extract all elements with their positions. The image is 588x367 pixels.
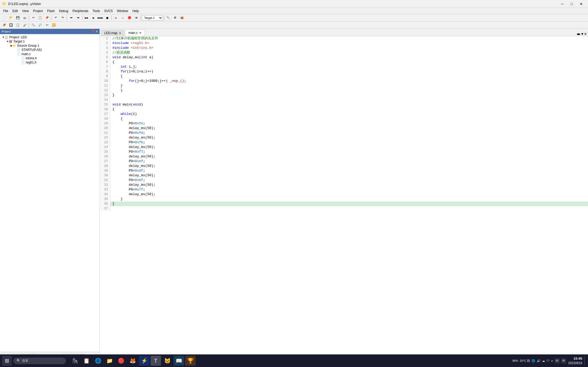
code-line[interactable]: 25 P0=0xf7;	[100, 150, 588, 154]
build-all-btn[interactable]: ▶▶▶	[97, 15, 103, 21]
taskbar-app-red[interactable]: 🔴	[116, 356, 126, 366]
start-button[interactable]: ⊞	[2, 356, 12, 366]
menu-item-flash[interactable]: Flash	[45, 9, 57, 13]
code-line[interactable]: 16{	[100, 107, 588, 112]
menu-item-help[interactable]: Help	[130, 9, 141, 13]
editor-tab-main.c[interactable]: main.c✕	[125, 30, 145, 36]
tbtn2[interactable]: 🔲	[8, 22, 14, 28]
taskbar-app-gorilla[interactable]: 🦍	[70, 356, 80, 366]
menu-item-svcs[interactable]: SVCS	[102, 9, 115, 13]
project-pin-icon[interactable]: 📌	[91, 30, 95, 33]
tree-item[interactable]: ▼ 📋Project: LED	[1, 35, 98, 39]
tree-expand-icon[interactable]: ▶	[11, 44, 12, 47]
code-line[interactable]: 3#include <intrins.h>	[100, 46, 588, 50]
code-line[interactable]: 22 delay_ms(50);	[100, 135, 588, 140]
code-line[interactable]: 28 delay_ms(50);	[100, 164, 588, 168]
save-btn[interactable]: 💾	[15, 15, 21, 21]
taskbar-app-edge[interactable]: 🌐	[93, 356, 103, 366]
code-line[interactable]: 20 delay_ms(50);	[100, 126, 588, 131]
menu-item-peripherals[interactable]: Peripherals	[70, 9, 91, 13]
show-desktop-btn[interactable]	[584, 356, 586, 366]
taskbar-app-cat[interactable]: 🐱	[162, 356, 173, 366]
save-all-btn[interactable]: 🗂	[22, 15, 28, 21]
code-line[interactable]: 7 int i,j;	[100, 65, 588, 69]
copy-btn[interactable]: 📋	[37, 15, 43, 21]
code-line[interactable]: 34 delay_ms(50);	[100, 192, 588, 197]
search-box[interactable]: 🔍 搜索	[13, 358, 66, 364]
code-line[interactable]: 9 {	[100, 74, 588, 79]
code-line[interactable]: 13}	[100, 93, 588, 98]
kill-btn[interactable]: 🔴	[126, 15, 133, 21]
code-line[interactable]: 21 P0=0xfd;	[100, 131, 588, 135]
maximize-button[interactable]: □	[567, 0, 576, 8]
code-editor[interactable]: 1//51单片机编程常用的头文件2#include <reg51.h>3#inc…	[100, 36, 588, 355]
code-line[interactable]: 14	[100, 98, 588, 102]
code-line[interactable]: 33 P0=0x7f;	[100, 187, 588, 192]
new-btn[interactable]: 📄	[1, 15, 7, 21]
tbtn3[interactable]: 📋	[15, 22, 21, 28]
code-line[interactable]: 35 }	[100, 197, 588, 201]
settings-btn[interactable]: ⚙	[172, 15, 178, 21]
magic-btn[interactable]: 🔧	[165, 15, 171, 21]
taskbar-app-task[interactable]: 📋	[81, 356, 92, 366]
project-close-icon[interactable]: ✕	[96, 30, 98, 33]
code-line[interactable]: 8 for(i=0;i<a;i++)	[100, 69, 588, 74]
stop-btn[interactable]: ⏹	[104, 15, 110, 21]
paste-btn[interactable]: 📌	[44, 15, 50, 21]
debug-btn[interactable]: ●	[113, 15, 119, 21]
tab-close-icon[interactable]: ✕	[119, 32, 121, 35]
tree-item[interactable]: 📄reg51.h	[1, 60, 98, 65]
tbtn6[interactable]: 🔎	[37, 22, 43, 28]
code-line[interactable]: 32 delay_ms(50);	[100, 183, 588, 187]
menu-item-debug[interactable]: Debug	[57, 9, 70, 13]
view-btn[interactable]: 👁	[133, 15, 139, 21]
code-line[interactable]: 18 {	[100, 116, 588, 121]
taskbar-app-t[interactable]: T	[150, 356, 161, 366]
code-line[interactable]: 10 for(j=0;j<1000;j++) _nop_();	[100, 79, 588, 83]
code-line[interactable]: 36}	[100, 201, 588, 206]
tab-close-icon[interactable]: ✕	[139, 31, 141, 34]
menu-item-edit[interactable]: Edit	[10, 9, 20, 13]
component-btn[interactable]: 📦	[179, 15, 185, 21]
minimize-button[interactable]: ─	[558, 0, 567, 8]
zh-label[interactable]: 中	[555, 358, 560, 363]
code-line[interactable]: 26 delay_ms(50);	[100, 154, 588, 159]
code-line[interactable]: 37	[100, 206, 588, 211]
taskbar-app-book[interactable]: 📖	[174, 356, 184, 366]
tree-item[interactable]: ▼ 🎯Target 1	[1, 39, 98, 44]
undo-btn[interactable]: ↶	[53, 15, 59, 21]
code-line[interactable]: 2#include <reg51.h>	[100, 41, 588, 46]
code-line[interactable]: 11 }	[100, 83, 588, 88]
tbtn8[interactable]: 🔀	[51, 22, 57, 28]
code-line[interactable]: 15void main(void)	[100, 102, 588, 107]
taskbar-app-folder[interactable]: 📁	[104, 356, 115, 366]
code-line[interactable]: 24 delay_ms(50);	[100, 145, 588, 150]
tree-expand-icon[interactable]: ▼	[6, 40, 9, 43]
code-line[interactable]: 17 while(1)	[100, 112, 588, 116]
taskbar-app-firefox[interactable]: 🦊	[127, 356, 138, 366]
redo-btn[interactable]: ↷	[59, 15, 66, 21]
close-button[interactable]: ✕	[576, 0, 586, 8]
taskbar-app-circle[interactable]: ⚡	[139, 356, 149, 366]
cut-btn[interactable]: ✂	[30, 15, 37, 21]
code-line[interactable]: 19 P0=0xfe;	[100, 121, 588, 126]
code-line[interactable]: 31 P0=0xbf;	[100, 178, 588, 183]
menu-item-window[interactable]: Window	[115, 9, 130, 13]
tree-item[interactable]: 📄STARTUP.A51	[1, 48, 98, 52]
code-line[interactable]: 6{	[100, 60, 588, 65]
menu-item-file[interactable]: File	[1, 9, 10, 13]
code-line[interactable]: 4//延迟函数	[100, 50, 588, 55]
code-line[interactable]: 5void delay_ms(int a)	[100, 55, 588, 60]
code-line[interactable]: 29 P0=0xdf;	[100, 168, 588, 173]
tree-item[interactable]: 📄intrins.h	[1, 56, 98, 60]
build-btn[interactable]: ▶▶	[84, 15, 90, 21]
taskbar-app-trophy[interactable]: 🏆	[185, 356, 196, 366]
target-select[interactable]: Target 1	[142, 15, 163, 20]
tab-scroll-left[interactable]: ◀	[576, 33, 579, 35]
input-method[interactable]: 中	[561, 358, 566, 363]
menu-item-view[interactable]: View	[20, 9, 31, 13]
debug-run-btn[interactable]: ○	[119, 15, 126, 21]
close-all-tabs-icon[interactable]: ✕	[584, 32, 587, 36]
tbtn1[interactable]: 📌	[1, 22, 7, 28]
open-btn[interactable]: 📂	[8, 15, 14, 21]
